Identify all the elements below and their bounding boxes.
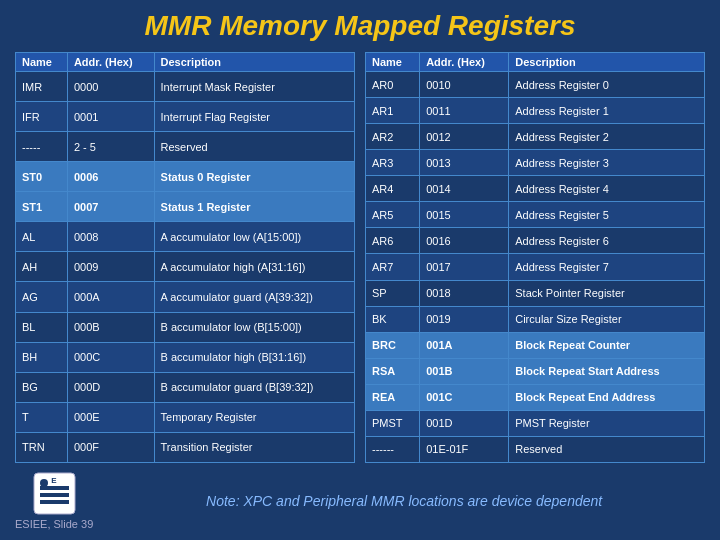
table-row: ST10007Status 1 Register (16, 192, 355, 222)
table-row: PMST001DPMST Register (366, 410, 705, 436)
footer-note: Note: XPC and Peripheral MMR locations a… (103, 493, 705, 509)
table1-header-name: Name (16, 53, 68, 72)
table-row: BG000DB accumulator guard (B[39:32]) (16, 372, 355, 402)
table1-header-addr: Addr. (Hex) (67, 53, 154, 72)
table-row: BRC001ABlock Repeat Counter (366, 332, 705, 358)
table1-header-desc: Description (154, 53, 354, 72)
table-row: AR10011Address Register 1 (366, 98, 705, 124)
esiee-logo: E (32, 471, 77, 516)
table-row: SP0018Stack Pointer Register (366, 280, 705, 306)
table-row: AH0009A accumulator high (A[31:16]) (16, 252, 355, 282)
table-row: AR60016Address Register 6 (366, 228, 705, 254)
table-left: Name Addr. (Hex) Description IMR0000Inte… (15, 52, 355, 463)
svg-text:E: E (51, 476, 57, 485)
table-row: AL0008A accumulator low (A[15:00]) (16, 222, 355, 252)
tables-container: Name Addr. (Hex) Description IMR0000Inte… (15, 52, 705, 463)
table-row: TRN000FTransition Register (16, 432, 355, 462)
table-row: BL000BB accumulator low (B[15:00]) (16, 312, 355, 342)
table-row: AR50015Address Register 5 (366, 202, 705, 228)
table-row: REA001CBlock Repeat End Address (366, 384, 705, 410)
svg-rect-4 (40, 479, 48, 487)
table2-header-name: Name (366, 53, 420, 72)
footer: E ESIEE, Slide 39 Note: XPC and Peripher… (15, 471, 705, 530)
table-row: T000ETemporary Register (16, 402, 355, 432)
table-row: RSA001BBlock Repeat Start Address (366, 358, 705, 384)
page: MMR Memory Mapped Registers Name Addr. (… (0, 0, 720, 540)
table-row: AR20012Address Register 2 (366, 124, 705, 150)
table-row: IFR0001Interrupt Flag Register (16, 102, 355, 132)
table-row: AG000AA accumulator guard (A[39:32]) (16, 282, 355, 312)
table-row: BK0019Circular Size Register (366, 306, 705, 332)
table2-header-addr: Addr. (Hex) (420, 53, 509, 72)
table-row: AR00010Address Register 0 (366, 72, 705, 98)
logo-box: E ESIEE, Slide 39 (15, 471, 93, 530)
table-row: AR30013Address Register 3 (366, 150, 705, 176)
table-row: BH000CB accumulator high (B[31:16]) (16, 342, 355, 372)
table-row: -----2 - 5Reserved (16, 132, 355, 162)
table-row: AR40014Address Register 4 (366, 176, 705, 202)
table-right: Name Addr. (Hex) Description AR00010Addr… (365, 52, 705, 463)
svg-rect-3 (40, 500, 69, 504)
table2-header-desc: Description (509, 53, 705, 72)
table-row: IMR0000Interrupt Mask Register (16, 72, 355, 102)
svg-rect-2 (40, 493, 69, 497)
table-row: ------01E-01FReserved (366, 436, 705, 462)
slide-label: ESIEE, Slide 39 (15, 518, 93, 530)
page-title: MMR Memory Mapped Registers (15, 10, 705, 42)
table-row: ST00006Status 0 Register (16, 162, 355, 192)
table-row: AR70017Address Register 7 (366, 254, 705, 280)
